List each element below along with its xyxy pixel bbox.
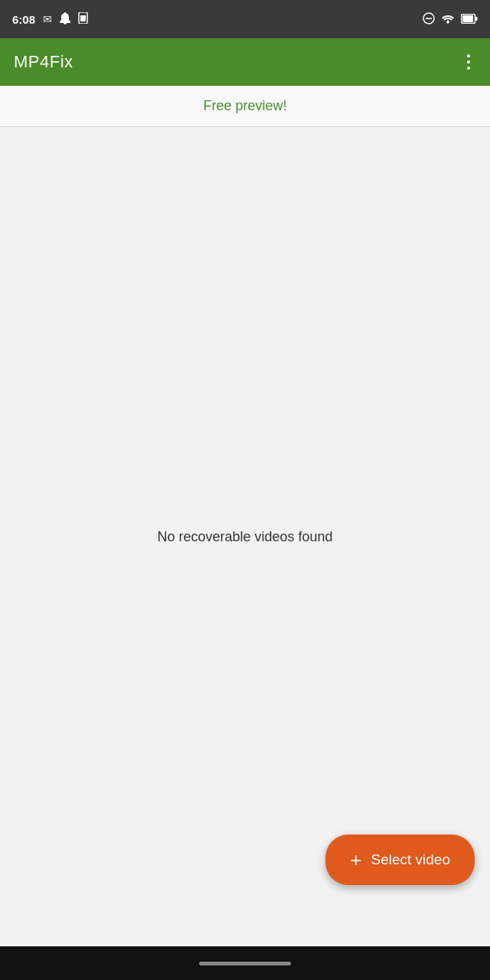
select-video-button[interactable]: + Select video	[325, 835, 475, 885]
empty-message: No recoverable videos found	[157, 529, 332, 545]
app-bar: MP4Fix	[0, 38, 490, 86]
email-icon: ✉	[43, 13, 52, 25]
silent-icon	[60, 12, 70, 27]
svg-rect-1	[80, 15, 86, 21]
home-indicator	[199, 962, 291, 965]
svg-rect-7	[475, 17, 478, 21]
app-title: MP4Fix	[14, 52, 74, 72]
status-bar-left: 6:08 ✉	[12, 12, 88, 27]
dnd-icon	[423, 12, 435, 27]
status-bar: 6:08 ✉	[0, 0, 490, 38]
svg-rect-6	[462, 15, 473, 22]
banner-text: Free preview!	[203, 98, 286, 114]
more-vertical-icon[interactable]	[461, 48, 476, 76]
status-time: 6:08	[12, 13, 35, 26]
add-icon: +	[350, 850, 361, 870]
wifi-icon	[441, 13, 455, 26]
status-bar-right	[423, 12, 478, 27]
bottom-navigation-bar	[0, 946, 490, 980]
svg-rect-3	[426, 18, 432, 19]
battery-icon	[461, 13, 478, 26]
free-preview-banner: Free preview!	[0, 86, 490, 127]
select-video-label: Select video	[371, 851, 450, 868]
sim-icon	[78, 12, 88, 26]
svg-point-4	[447, 21, 449, 23]
main-content: No recoverable videos found + Select vid…	[0, 127, 490, 946]
